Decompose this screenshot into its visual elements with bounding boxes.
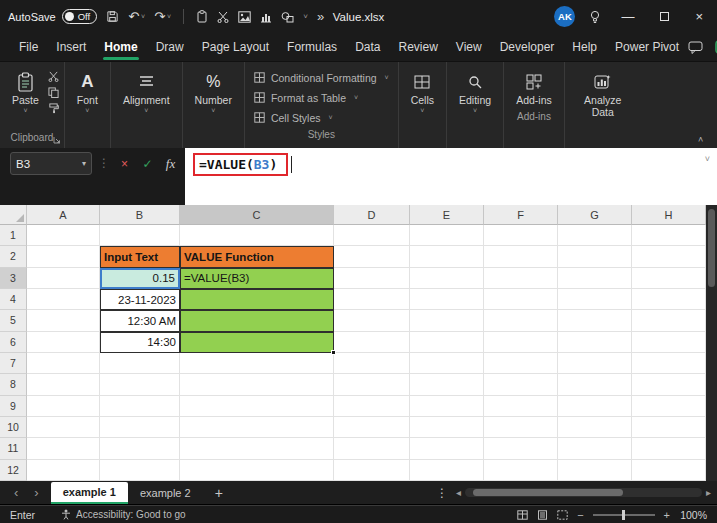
cell-C4[interactable] xyxy=(180,289,334,310)
row-header-9[interactable]: 9 xyxy=(0,396,27,417)
cell-G11[interactable] xyxy=(558,438,632,459)
scroll-left-icon[interactable]: ◂ xyxy=(456,487,461,498)
undo-button[interactable]: ↶˅ xyxy=(128,10,145,23)
cut-icon[interactable] xyxy=(48,71,59,82)
cell-C9[interactable] xyxy=(180,396,334,417)
row-header-12[interactable]: 12 xyxy=(0,460,27,481)
sheet-tab-example-1[interactable]: example 1 xyxy=(51,482,128,504)
cell-C7[interactable] xyxy=(180,353,334,374)
paste-button[interactable]: Paste ˅ xyxy=(5,67,46,117)
cell-E11[interactable] xyxy=(410,438,484,459)
sheet-options-icon[interactable]: ⋮ xyxy=(428,486,456,500)
copy-icon[interactable] xyxy=(48,87,59,98)
cell-E9[interactable] xyxy=(410,396,484,417)
shapes-icon[interactable] xyxy=(281,11,294,23)
cell-C1[interactable] xyxy=(180,225,334,246)
cell-B12[interactable] xyxy=(100,460,180,481)
cell-H1[interactable] xyxy=(632,225,706,246)
autosave-toggle[interactable]: AutoSave Off xyxy=(8,9,97,24)
cell-D5[interactable] xyxy=(334,310,410,331)
menu-item-developer[interactable]: Developer xyxy=(491,34,564,60)
cell-D2[interactable] xyxy=(334,246,410,267)
normal-view-icon[interactable] xyxy=(517,510,528,520)
maximize-button[interactable] xyxy=(654,9,675,24)
cut-icon[interactable] xyxy=(217,11,229,23)
cell-H2[interactable] xyxy=(632,246,706,267)
alignment-button[interactable]: Alignment ˅ xyxy=(116,67,177,117)
menu-item-help[interactable]: Help xyxy=(563,34,606,60)
scrollbar-thumb[interactable] xyxy=(473,489,623,496)
formula-input[interactable]: =VALUE(B3) ˅ xyxy=(185,148,717,205)
zoom-slider[interactable] xyxy=(593,514,655,516)
cell-H7[interactable] xyxy=(632,353,706,374)
zoom-in-button[interactable]: + xyxy=(664,509,670,521)
cell-F7[interactable] xyxy=(484,353,558,374)
cell-F8[interactable] xyxy=(484,374,558,395)
cell-B3[interactable]: 0.15 xyxy=(100,268,180,289)
cell-A3[interactable] xyxy=(27,268,100,289)
drag-handle-icon[interactable]: ⋮ xyxy=(98,152,110,170)
col-header-D[interactable]: D xyxy=(334,205,410,225)
chart-icon[interactable] xyxy=(260,11,272,23)
cell-D6[interactable] xyxy=(334,332,410,353)
cell-G2[interactable] xyxy=(558,246,632,267)
col-header-A[interactable]: A xyxy=(27,205,100,225)
zoom-out-button[interactable]: − xyxy=(577,509,583,521)
autosave-pill[interactable]: Off xyxy=(62,9,98,24)
chevron-down-icon[interactable]: ˅ xyxy=(303,13,308,21)
cell-H5[interactable] xyxy=(632,310,706,331)
cell-E7[interactable] xyxy=(410,353,484,374)
number-button[interactable]: % Number ˅ xyxy=(188,67,239,117)
cell-D4[interactable] xyxy=(334,289,410,310)
editing-button[interactable]: Editing ˅ xyxy=(452,67,498,117)
cell-E4[interactable] xyxy=(410,289,484,310)
cell-E5[interactable] xyxy=(410,310,484,331)
cell-D10[interactable] xyxy=(334,417,410,438)
cell-B11[interactable] xyxy=(100,438,180,459)
menu-item-data[interactable]: Data xyxy=(346,34,389,60)
cell-A12[interactable] xyxy=(27,460,100,481)
cell-F6[interactable] xyxy=(484,332,558,353)
col-header-C[interactable]: C xyxy=(180,205,334,225)
cell-H10[interactable] xyxy=(632,417,706,438)
cell-H11[interactable] xyxy=(632,438,706,459)
cell-G6[interactable] xyxy=(558,332,632,353)
cell-E12[interactable] xyxy=(410,460,484,481)
horizontal-scrollbar[interactable]: ◂ ▸ xyxy=(456,487,711,498)
cell-D11[interactable] xyxy=(334,438,410,459)
chevron-down-icon[interactable]: ˅ xyxy=(141,13,145,20)
cell-F2[interactable] xyxy=(484,246,558,267)
name-box[interactable]: B3 ▾ xyxy=(10,152,92,175)
menu-item-draw[interactable]: Draw xyxy=(147,34,193,60)
cell-H6[interactable] xyxy=(632,332,706,353)
cell-C5[interactable] xyxy=(180,310,334,331)
cell-A8[interactable] xyxy=(27,374,100,395)
cell-C12[interactable] xyxy=(180,460,334,481)
cell-G9[interactable] xyxy=(558,396,632,417)
cell-A10[interactable] xyxy=(27,417,100,438)
cell-A9[interactable] xyxy=(27,396,100,417)
cell-G7[interactable] xyxy=(558,353,632,374)
cell-D7[interactable] xyxy=(334,353,410,374)
cell-D8[interactable] xyxy=(334,374,410,395)
cell-A2[interactable] xyxy=(27,246,100,267)
dialog-launcher-icon[interactable] xyxy=(53,136,61,144)
comments-icon[interactable] xyxy=(688,41,703,54)
fill-handle[interactable] xyxy=(331,350,336,355)
cell-C3[interactable]: =VALUE(B3) xyxy=(180,268,334,289)
cell-G10[interactable] xyxy=(558,417,632,438)
cell-A1[interactable] xyxy=(27,225,100,246)
cell-D1[interactable] xyxy=(334,225,410,246)
scrollbar-thumb[interactable] xyxy=(708,209,715,287)
cell-C10[interactable] xyxy=(180,417,334,438)
cell-D12[interactable] xyxy=(334,460,410,481)
cell-F1[interactable] xyxy=(484,225,558,246)
enter-button[interactable]: ✓ xyxy=(139,152,156,175)
add-sheet-button[interactable]: + xyxy=(203,485,235,501)
scroll-right-icon[interactable]: ▸ xyxy=(706,487,711,498)
cells-button[interactable]: Cells ˅ xyxy=(404,67,441,117)
cell-F11[interactable] xyxy=(484,438,558,459)
page-break-view-icon[interactable] xyxy=(557,510,568,520)
row-header-1[interactable]: 1 xyxy=(0,225,27,246)
row-header-10[interactable]: 10 xyxy=(0,417,27,438)
